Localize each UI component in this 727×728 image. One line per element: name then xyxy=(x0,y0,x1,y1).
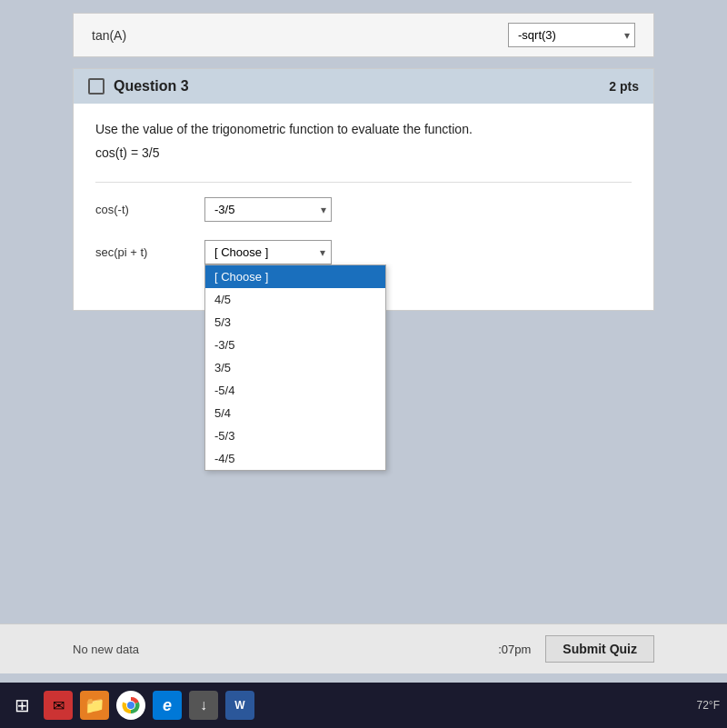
dropdown-item-neg-3-5[interactable]: -3/5 xyxy=(205,334,385,356)
cos-neg-t-select-wrapper[interactable]: -3/5 xyxy=(204,197,332,222)
down-arrow-icon[interactable]: ↓ xyxy=(189,691,218,720)
folder-icon[interactable]: 📁 xyxy=(80,691,109,720)
submit-quiz-button[interactable]: Submit Quiz xyxy=(545,635,654,663)
dropdown-item-4-5[interactable]: 4/5 xyxy=(205,288,385,311)
dropdown-item-neg-4-5[interactable]: -4/5 xyxy=(205,447,385,470)
dropdown-item-choose[interactable]: [ Choose ] xyxy=(205,265,385,288)
screen: tan(A) -sqrt(3) Question 3 2 pts Use the… xyxy=(0,0,727,728)
dropdown-item-neg-5-4[interactable]: -5/4 xyxy=(205,379,385,402)
sec-pi-t-dropdown-container[interactable]: [ Choose ] [ Choose ] 4/5 5/3 -3/5 3/5 -… xyxy=(204,240,332,264)
question-body: Use the value of the trigonometric funct… xyxy=(74,104,653,310)
dropdown-trigger-text: [ Choose ] xyxy=(214,245,268,259)
svg-point-2 xyxy=(127,702,134,709)
bottom-bar-right: :07pm Submit Quiz xyxy=(498,635,654,663)
edge-icon[interactable]: e xyxy=(153,691,182,720)
answer-row-cos-neg-t: cos(-t) -3/5 xyxy=(95,197,632,222)
sec-pi-t-dropdown-trigger[interactable]: [ Choose ] xyxy=(204,240,332,264)
dropdown-menu[interactable]: [ Choose ] 4/5 5/3 -3/5 3/5 -5/4 5/4 -5/… xyxy=(204,264,386,471)
cos-neg-t-label: cos(-t) xyxy=(95,203,204,216)
dropdown-item-neg-5-3[interactable]: -5/3 xyxy=(205,424,385,447)
sec-pi-t-label: sec(pi + t) xyxy=(95,245,204,259)
taskbar: ⊞ ✉ 📁 e ↓ W 72°F xyxy=(0,683,727,728)
question-given: cos(t) = 3/5 xyxy=(95,145,632,160)
previous-question-row: tan(A) -sqrt(3) xyxy=(73,13,654,57)
question-icon xyxy=(88,78,105,95)
no-data-text: No new data xyxy=(73,643,139,656)
tan-select-wrapper[interactable]: -sqrt(3) xyxy=(508,23,635,47)
cos-neg-t-select[interactable]: -3/5 xyxy=(204,197,332,222)
dropdown-item-3-5[interactable]: 3/5 xyxy=(205,356,385,379)
question-title: Question 3 xyxy=(114,78,189,95)
question-card: Question 3 2 pts Use the value of the tr… xyxy=(73,68,654,311)
dropdown-item-5-4[interactable]: 5/4 xyxy=(205,402,385,424)
divider xyxy=(95,182,632,183)
mail-icon[interactable]: ✉ xyxy=(44,691,73,720)
time-display: :07pm xyxy=(498,643,531,656)
answer-row-sec-pi-t: sec(pi + t) [ Choose ] [ Choose ] 4/5 5/… xyxy=(95,240,632,264)
tan-select[interactable]: -sqrt(3) xyxy=(508,23,635,47)
dropdown-item-5-3[interactable]: 5/3 xyxy=(205,311,385,334)
chrome-icon[interactable] xyxy=(116,691,145,720)
question-points: 2 pts xyxy=(609,79,639,94)
question-header-left: Question 3 xyxy=(88,78,189,95)
tan-label: tan(A) xyxy=(92,28,126,43)
word-icon[interactable]: W xyxy=(225,691,254,720)
bottom-bar: No new data :07pm Submit Quiz xyxy=(0,623,727,673)
taskbar-right: 72°F xyxy=(697,699,720,712)
temperature-display: 72°F xyxy=(697,699,720,712)
question-instruction: Use the value of the trigonometric funct… xyxy=(95,122,632,136)
question-header: Question 3 2 pts xyxy=(74,69,653,104)
windows-icon[interactable]: ⊞ xyxy=(7,691,36,720)
